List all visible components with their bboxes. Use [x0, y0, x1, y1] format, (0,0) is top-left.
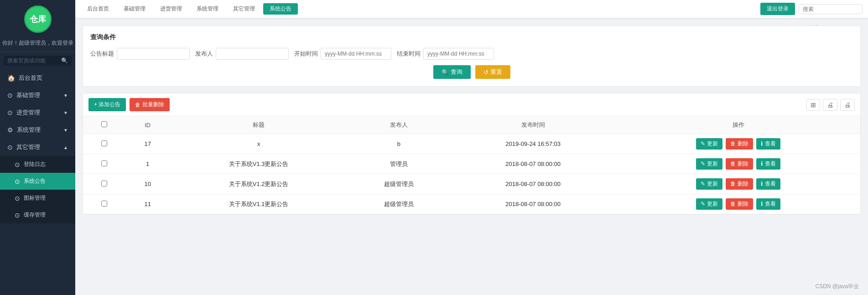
col-id: ID	[125, 116, 170, 134]
home-icon: 🏠	[7, 74, 15, 82]
other-icon: ⊙	[7, 144, 13, 151]
print-button[interactable]: 🖨	[823, 99, 837, 111]
add-notice-button[interactable]: + 添加公告	[88, 98, 126, 111]
query-field-start-time: 开始时间	[294, 48, 391, 60]
notice-icon: ⊙	[15, 178, 20, 185]
row-id: 1	[125, 154, 170, 174]
col-actions: 操作	[616, 116, 860, 134]
delete-icon: 🗑	[135, 102, 140, 108]
inventory-icon: ⊙	[7, 109, 13, 116]
delete-button[interactable]: 🗑 删除	[726, 138, 753, 150]
table-row: 17 x b 2019-09-24 16:57:03 ✎ 更新 🗑 删除 ℹ 查…	[83, 134, 860, 154]
logout-button[interactable]: 退出登录	[760, 3, 795, 15]
logo-icon: 仓库	[24, 5, 52, 33]
row-title: 关于系统V1.3更新公告	[170, 154, 348, 174]
update-button[interactable]: ✎ 更新	[696, 198, 722, 210]
sidebar-search-box[interactable]: 🔍	[4, 56, 72, 66]
reset-icon: ↺	[483, 69, 489, 76]
sidebar-item-cache-manage[interactable]: ⊙ 缓存管理	[0, 207, 75, 223]
row-id: 10	[125, 174, 170, 194]
topnav-tab-basic[interactable]: 基础管理	[117, 3, 152, 15]
main-content: 后台首页 基础管理 进货管理 系统管理 其它管理 系统公告 退出登录 javay…	[75, 0, 868, 295]
topnav-tabs: 后台首页 基础管理 进货管理 系统管理 其它管理 系统公告	[81, 3, 760, 15]
data-table: ID 标题 发布人 发布时间 操作 17 x b 2019-09-24 16:5…	[83, 116, 860, 214]
view-button[interactable]: ℹ 查看	[756, 138, 780, 150]
query-label-title: 公告标题	[90, 50, 114, 58]
query-input-start-time[interactable]	[321, 48, 391, 60]
query-submit-button[interactable]: 🔍 查询	[433, 65, 471, 79]
batch-delete-button[interactable]: 🗑 批量删除	[130, 98, 170, 111]
query-input-publisher[interactable]	[216, 48, 289, 60]
select-all-checkbox[interactable]	[101, 121, 107, 127]
topnav-tab-dashboard[interactable]: 后台首页	[81, 3, 115, 15]
sidebar-item-other[interactable]: ⊙ 其它管理 ▲	[0, 139, 75, 156]
query-reset-button[interactable]: ↺ 重置	[475, 65, 510, 79]
topnav-tab-other[interactable]: 其它管理	[227, 3, 261, 15]
update-button[interactable]: ✎ 更新	[696, 158, 722, 170]
query-label-publisher: 发布人	[195, 50, 213, 58]
row-title: x	[170, 134, 348, 154]
update-button[interactable]: ✎ 更新	[696, 178, 722, 190]
query-input-end-time[interactable]	[423, 48, 494, 60]
query-form: 公告标题 发布人 开始时间 结束时间	[90, 48, 853, 60]
update-button[interactable]: ✎ 更新	[696, 138, 722, 150]
footer-watermark: CSDN @java毕业	[815, 283, 859, 290]
sidebar-item-system[interactable]: ⚙ 系统管理 ▼	[0, 121, 75, 139]
delete-button[interactable]: 🗑 删除	[726, 198, 753, 210]
chevron-down-icon: ▼	[63, 93, 68, 98]
view-button[interactable]: ℹ 查看	[756, 178, 780, 190]
sidebar-item-label: 后台首页	[19, 74, 42, 82]
sidebar-item-icon-manage[interactable]: ⊙ 图标管理	[0, 190, 75, 207]
table-row: 1 关于系统V1.3更新公告 管理员 2018-08-07 08:00:00 ✎…	[83, 154, 860, 174]
table-row: 11 关于系统V1.1更新公告 超级管理员 2018-08-07 08:00:0…	[83, 194, 860, 214]
topnav-tab-system[interactable]: 系统管理	[190, 3, 225, 15]
sidebar-search-input[interactable]	[7, 57, 61, 64]
sidebar-item-label: 缓存管理	[24, 211, 46, 219]
row-publish-time: 2018-08-07 08:00:00	[450, 194, 616, 214]
row-publish-time: 2019-09-24 16:57:03	[450, 134, 616, 154]
table-header: ID 标题 发布人 发布时间 操作	[83, 116, 860, 134]
topnav-tab-inventory[interactable]: 进货管理	[154, 3, 188, 15]
row-actions: ✎ 更新 🗑 删除 ℹ 查看	[616, 174, 860, 194]
col-publish-time: 发布时间	[450, 116, 616, 134]
row-checkbox[interactable]	[83, 154, 125, 174]
sidebar-item-label: 登陆日志	[24, 160, 46, 168]
top-navigation: 后台首页 基础管理 进货管理 系统管理 其它管理 系统公告 退出登录	[75, 0, 868, 18]
view-button[interactable]: ℹ 查看	[756, 158, 780, 170]
row-id: 11	[125, 194, 170, 214]
row-publish-time: 2018-08-07 08:00:00	[450, 154, 616, 174]
query-field-publisher: 发布人	[195, 48, 289, 60]
row-checkbox[interactable]	[83, 174, 125, 194]
icon-manage-icon: ⊙	[15, 195, 20, 202]
topnav-search-input[interactable]	[799, 4, 863, 14]
row-publisher: 超级管理员	[348, 194, 450, 214]
topnav-tab-notice[interactable]: 系统公告	[263, 3, 298, 15]
row-publisher: 管理员	[348, 154, 450, 174]
row-select-checkbox[interactable]	[101, 201, 107, 207]
query-section: 查询条件 公告标题 发布人 开始时间 结束时间	[83, 26, 861, 87]
sidebar-item-basic[interactable]: ⊙ 基础管理 ▼	[0, 87, 75, 104]
row-actions: ✎ 更新 🗑 删除 ℹ 查看	[616, 194, 860, 214]
sidebar-item-system-notice[interactable]: ⊙ 系统公告	[0, 173, 75, 190]
sidebar-item-login-log[interactable]: ⊙ 登陆日志	[0, 156, 75, 173]
view-button[interactable]: ℹ 查看	[756, 198, 780, 210]
gear-icon: ⚙	[7, 126, 13, 134]
sidebar-submenu-other: ⊙ 登陆日志 ⊙ 系统公告 ⊙ 图标管理 ⊙ 缓存管理	[0, 156, 75, 223]
row-checkbox[interactable]	[83, 194, 125, 214]
query-input-title[interactable]	[117, 48, 190, 60]
sidebar-item-label: 进货管理	[16, 109, 40, 117]
chevron-down-icon: ▼	[63, 110, 68, 115]
col-title: 标题	[170, 116, 348, 134]
row-select-checkbox[interactable]	[101, 140, 107, 146]
grid-view-button[interactable]: ⊞	[806, 99, 820, 111]
sidebar-item-dashboard[interactable]: 🏠 后台首页	[0, 69, 75, 87]
export-button[interactable]: 🖨	[840, 99, 855, 111]
row-checkbox[interactable]	[83, 134, 125, 154]
row-title: 关于系统V1.2更新公告	[170, 174, 348, 194]
row-select-checkbox[interactable]	[101, 181, 107, 186]
sidebar-item-inventory[interactable]: ⊙ 进货管理 ▼	[0, 104, 75, 121]
delete-button[interactable]: 🗑 删除	[726, 178, 753, 190]
query-label-start-time: 开始时间	[294, 50, 318, 58]
delete-button[interactable]: 🗑 删除	[726, 158, 753, 170]
row-select-checkbox[interactable]	[101, 160, 107, 166]
